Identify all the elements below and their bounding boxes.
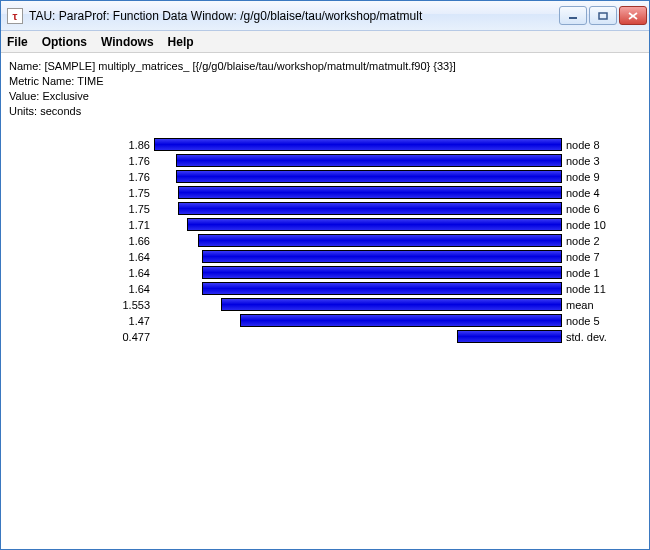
bar-track [154,329,562,344]
bar-label: node 1 [562,267,600,279]
bar-value: 1.553 [9,299,154,311]
bar[interactable] [187,218,562,231]
menubar: File Options Windows Help [1,31,649,53]
bar-track [154,153,562,168]
bar-track [154,313,562,328]
minimize-icon [568,12,578,20]
bar-label: node 2 [562,235,600,247]
bar[interactable] [202,282,562,295]
bar-label: node 5 [562,315,600,327]
bar-value: 1.76 [9,155,154,167]
content-area: Name: [SAMPLE] multiply_matrices_ [{/g/g… [1,53,649,549]
bar-track [154,185,562,200]
bar-track [154,233,562,248]
bar[interactable] [198,234,562,247]
bar-row: 1.71node 10 [9,217,641,232]
app-window: τ TAU: ParaProf: Function Data Window: /… [0,0,650,550]
bar-row: 1.553mean [9,297,641,312]
bar-row: 1.47node 5 [9,313,641,328]
meta-value: Value: Exclusive [9,89,641,104]
bar-track [154,169,562,184]
bar[interactable] [240,314,562,327]
bar-track [154,201,562,216]
bar-row: 1.64node 11 [9,281,641,296]
bar-label: node 7 [562,251,600,263]
bar-label: node 3 [562,155,600,167]
bar-row: 1.64node 1 [9,265,641,280]
bar-label: std. dev. [562,331,607,343]
menu-help[interactable]: Help [168,35,194,49]
bar-row: 1.64node 7 [9,249,641,264]
menu-options[interactable]: Options [42,35,87,49]
bar-value: 1.71 [9,219,154,231]
titlebar[interactable]: τ TAU: ParaProf: Function Data Window: /… [1,1,649,31]
bar[interactable] [202,266,562,279]
bar-row: 1.66node 2 [9,233,641,248]
bar-row: 1.76node 3 [9,153,641,168]
bar[interactable] [221,298,562,311]
bar[interactable] [202,250,562,263]
bar-label: node 8 [562,139,600,151]
bar[interactable] [178,186,562,199]
bar-value: 1.86 [9,139,154,151]
app-icon: τ [7,8,23,24]
bar[interactable] [457,330,562,343]
bar-track [154,297,562,312]
bar-label: mean [562,299,594,311]
bar-row: 0.477std. dev. [9,329,641,344]
bar-value: 0.477 [9,331,154,343]
bar-label: node 10 [562,219,606,231]
bar-track [154,281,562,296]
bar-chart: 1.86node 81.76node 31.76node 91.75node 4… [9,137,641,344]
bar-label: node 11 [562,283,606,295]
minimize-button[interactable] [559,6,587,25]
menu-windows[interactable]: Windows [101,35,154,49]
bar-track [154,265,562,280]
bar[interactable] [178,202,562,215]
bar-row: 1.86node 8 [9,137,641,152]
bar-label: node 4 [562,187,600,199]
close-button[interactable] [619,6,647,25]
window-title: TAU: ParaProf: Function Data Window: /g/… [29,9,559,23]
bar-value: 1.64 [9,267,154,279]
bar-value: 1.66 [9,235,154,247]
maximize-icon [598,12,608,20]
bar[interactable] [176,154,562,167]
bar-track [154,217,562,232]
bar-row: 1.75node 4 [9,185,641,200]
meta-units: Units: seconds [9,104,641,119]
bar-value: 1.47 [9,315,154,327]
bar[interactable] [176,170,562,183]
close-icon [628,12,638,20]
maximize-button[interactable] [589,6,617,25]
menu-file[interactable]: File [7,35,28,49]
bar-value: 1.75 [9,187,154,199]
meta-name: Name: [SAMPLE] multiply_matrices_ [{/g/g… [9,59,641,74]
window-controls [559,6,647,25]
meta-metric: Metric Name: TIME [9,74,641,89]
bar-value: 1.64 [9,251,154,263]
bar[interactable] [154,138,562,151]
svg-rect-1 [599,13,607,19]
bar-label: node 6 [562,203,600,215]
bar-label: node 9 [562,171,600,183]
bar-value: 1.64 [9,283,154,295]
bar-row: 1.76node 9 [9,169,641,184]
bar-track [154,137,562,152]
bar-value: 1.76 [9,171,154,183]
bar-row: 1.75node 6 [9,201,641,216]
bar-track [154,249,562,264]
bar-value: 1.75 [9,203,154,215]
